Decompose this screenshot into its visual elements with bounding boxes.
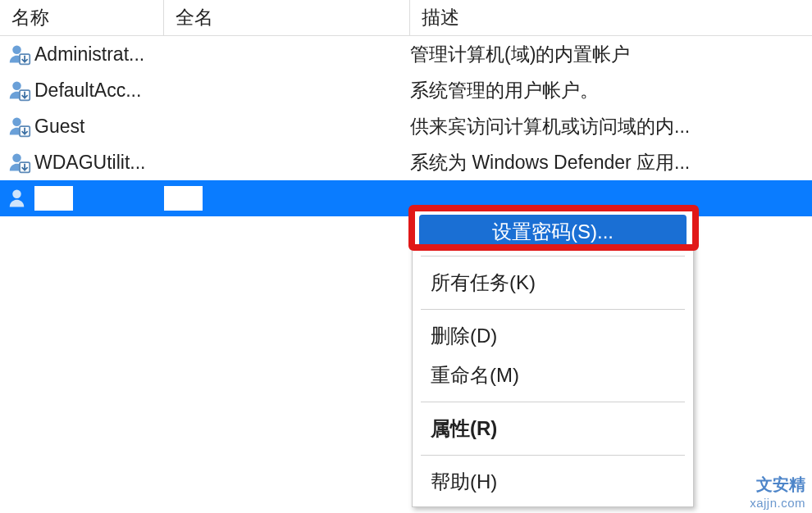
user-name: WDAGUtilit... [34,152,145,174]
svg-point-4 [12,118,21,127]
menu-separator [421,455,685,456]
svg-point-0 [12,46,21,55]
user-row[interactable]: Guest 供来宾访问计算机或访问域的内... [0,108,812,144]
menu-separator [421,256,685,256]
user-row[interactable]: DefaultAcc... 系统管理的用户帐户。 [0,72,812,108]
menu-set-password[interactable]: 设置密码(S)... [419,215,687,249]
user-name: *** [39,188,62,210]
user-icon [8,79,31,102]
column-header-description[interactable]: 描述 [410,0,812,35]
menu-separator [421,309,685,310]
user-name: Guest [34,116,84,138]
menu-help[interactable]: 帮助(H) [413,462,693,502]
user-description: 系统为 Windows Defender 应用... [410,150,690,175]
user-row[interactable]: Administrat... 管理计算机(域)的内置帐户 [0,36,812,72]
user-description: 供来宾访问计算机或访问域的内... [410,114,690,139]
column-header-name[interactable]: 名称 [0,0,164,35]
user-row[interactable]: WDAGUtilit... 系统为 Windows Defender 应用... [0,144,812,180]
user-icon [8,43,31,66]
user-description: 管理计算机(域)的内置帐户 [410,42,630,67]
menu-properties[interactable]: 属性(R) [413,409,693,448]
context-menu: 设置密码(S)... 所有任务(K) 删除(D) 重命名(M) 属性(R) 帮助… [412,209,694,507]
user-icon [8,151,31,174]
menu-rename[interactable]: 重命名(M) [413,356,693,395]
svg-point-6 [12,154,21,163]
menu-all-tasks[interactable]: 所有任务(K) [413,263,693,302]
menu-separator [421,402,685,402]
svg-point-8 [12,190,21,199]
column-headers: 名称 全名 描述 [0,0,812,36]
svg-point-2 [12,82,21,91]
user-name: DefaultAcc... [34,79,141,102]
user-icon [8,115,31,138]
user-fullname: *** [169,188,191,210]
menu-delete[interactable]: 删除(D) [413,316,693,356]
user-icon [8,187,31,210]
column-header-fullname[interactable]: 全名 [164,0,410,35]
user-name: Administrat... [34,43,144,66]
user-description: 系统管理的用户帐户。 [410,78,599,103]
